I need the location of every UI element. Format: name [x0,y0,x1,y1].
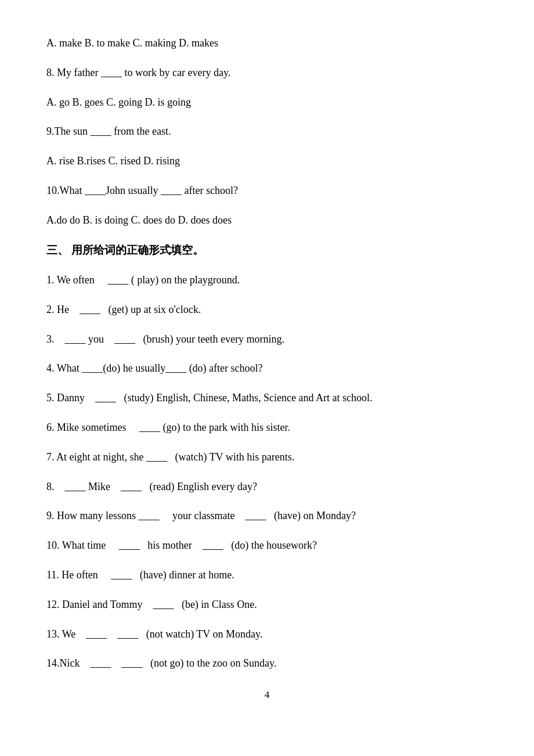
item-9-sun-options-text: A. rise B.rises C. rised D. rising [46,155,180,167]
page-number: 4 [46,689,488,701]
section3-item-3: 3. ____ you ____ (brush) your teeth ever… [46,331,488,348]
section3-item-9-text: 9. How many lessons ____ your classmate … [46,510,356,521]
item-10-options-text: A.do do B. is doing C. does do D. does d… [46,214,232,226]
item-9-sun-text: 9.The sun ____ from the east. [46,125,171,137]
item-9-sun-options-line: A. rise B.rises C. rised D. rising [46,153,488,170]
section3-item-2-text: 2. He ____ (get) up at six o'clock. [46,304,201,315]
section3-item-5: 5. Danny ____ (study) English, Chinese, … [46,390,488,406]
section3-item-9: 9. How many lessons ____ your classmate … [46,507,488,524]
item-10-text: 10.What ____John usually ____ after scho… [46,185,238,196]
section3-item-4-text: 4. What ____(do) he usually____ (do) aft… [46,362,263,374]
section3-item-7: 7. At eight at night, she ____ (watch) T… [46,449,488,466]
item-8-options-line: A. go B. goes C. going D. is going [46,94,488,111]
section3-item-7-text: 7. At eight at night, she ____ (watch) T… [46,451,294,463]
section3-item-1: 1. We often ____ ( play) on the playgrou… [46,272,488,289]
section3-item-8: 8. ____ Mike ____ (read) English every d… [46,478,488,495]
section3-item-12-text: 12. Daniel and Tommy ____ (be) in Class … [46,599,257,610]
section3-item-2: 2. He ____ (get) up at six o'clock. [46,301,488,318]
section3-item-11: 11. He often ____ (have) dinner at home. [46,567,488,584]
section3-item-13-text: 13. We ____ ____ (not watch) TV on Monda… [46,628,262,640]
section3-item-12: 12. Daniel and Tommy ____ (be) in Class … [46,596,488,613]
section3-item-10: 10. What time ____ his mother ____ (do) … [46,537,488,554]
item-9-sun-line: 9.The sun ____ from the east. [46,123,488,140]
section3-item-6-text: 6. Mike sometimes ____ (go) to the park … [46,422,290,433]
section3-item-8-text: 8. ____ Mike ____ (read) English every d… [46,481,257,492]
item-8-options-text: A. go B. goes C. going D. is going [46,96,191,108]
item-a-line: A. make B. to make C. making D. makes [46,35,488,52]
section3-item-10-text: 10. What time ____ his mother ____ (do) … [46,539,317,551]
section3-item-5-text: 5. Danny ____ (study) English, Chinese, … [46,392,372,404]
item-8-text: 8. My father ____ to work by car every d… [46,67,230,78]
section3-item-14-text: 14.Nick ____ ____ (not go) to the zoo on… [46,657,276,669]
section3-item-1-text: 1. We often ____ ( play) on the playgrou… [46,274,240,286]
item-a-text: A. make B. to make C. making D. makes [46,37,218,49]
section3-item-6: 6. Mike sometimes ____ (go) to the park … [46,419,488,436]
section3-item-13: 13. We ____ ____ (not watch) TV on Monda… [46,626,488,643]
item-10-line: 10.What ____John usually ____ after scho… [46,182,488,199]
item-8-line: 8. My father ____ to work by car every d… [46,64,488,81]
section3-item-4: 4. What ____(do) he usually____ (do) aft… [46,360,488,377]
section3-item-11-text: 11. He often ____ (have) dinner at home. [46,569,234,581]
section3-item-3-text: 3. ____ you ____ (brush) your teeth ever… [46,333,284,345]
section-three-title: 三、 用所给词的正确形式填空。 [46,242,488,259]
item-10-options-line: A.do do B. is doing C. does do D. does d… [46,212,488,229]
section3-item-14: 14.Nick ____ ____ (not go) to the zoo on… [46,655,488,672]
